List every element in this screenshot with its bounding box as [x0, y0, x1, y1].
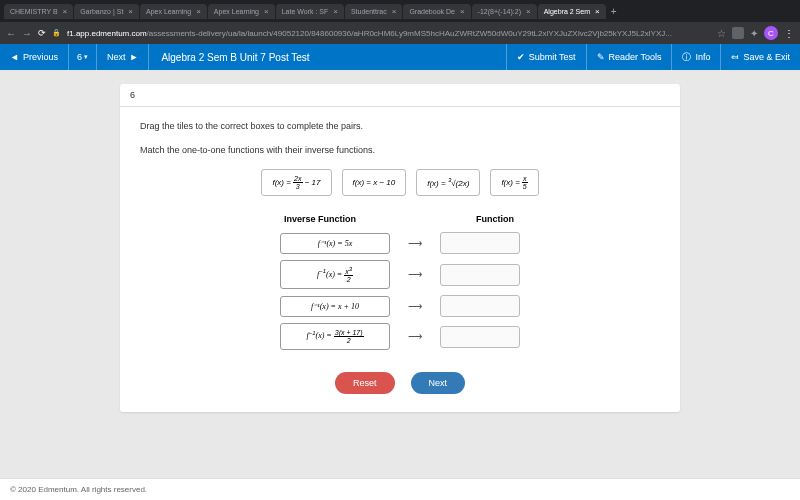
close-icon[interactable]: × [63, 7, 68, 16]
reader-tools-button[interactable]: ✎Reader Tools [586, 44, 672, 70]
close-icon[interactable]: × [460, 7, 465, 16]
close-icon[interactable]: × [595, 7, 600, 16]
back-icon[interactable]: ← [6, 28, 16, 39]
question-card: 6 Drag the tiles to the correct boxes to… [120, 84, 680, 412]
pair-row-1: f⁻¹(x) = 5x ⟶ [140, 232, 660, 254]
check-icon: ✔ [517, 52, 525, 62]
browser-tabs-bar: CHEMISTRY B× Garbanzo | St× Apex Learnin… [0, 0, 800, 22]
tab-gradebook[interactable]: Gradebook De× [403, 4, 470, 19]
drop-zone-1[interactable] [440, 232, 520, 254]
chevron-left-icon: ◄ [10, 52, 19, 62]
tab-garbanzo[interactable]: Garbanzo | St× [74, 4, 139, 19]
tab-calc[interactable]: -12(8+(-14):2)× [472, 4, 537, 19]
question-selector[interactable]: 6▾ [69, 44, 97, 70]
tab-apex-1[interactable]: Apex Learning× [140, 4, 207, 19]
previous-button[interactable]: ◄Previous [0, 44, 69, 70]
extension-icon[interactable] [732, 27, 744, 39]
tab-studenttrac[interactable]: Studenttrac× [345, 4, 402, 19]
page-title: Algebra 2 Sem B Unit 7 Post Test [149, 52, 505, 63]
match-headers: Inverse Function Function [140, 214, 660, 224]
info-icon: ⓘ [682, 51, 691, 64]
address-bar: ← → ⟳ 🔒 f1.app.edmentum.com/assessments-… [0, 22, 800, 44]
button-row: Reset Next [140, 372, 660, 394]
footer: © 2020 Edmentum. All rights reserved. [0, 478, 800, 500]
chevron-down-icon: ▾ [84, 53, 88, 61]
tile-4[interactable]: f(x) = x5 [490, 169, 538, 196]
lock-icon: 🔒 [52, 29, 61, 37]
inverse-box-3: f⁻¹(x) = x + 10 [280, 296, 390, 317]
chevron-right-icon: ► [129, 52, 138, 62]
app-toolbar: ◄Previous 6▾ Next► Algebra 2 Sem B Unit … [0, 44, 800, 70]
arrow-icon: ⟶ [400, 269, 430, 280]
tab-latework[interactable]: Late Work : SF× [276, 4, 344, 19]
content-area: 6 Drag the tiles to the correct boxes to… [0, 70, 800, 484]
drop-zone-2[interactable] [440, 264, 520, 286]
info-button[interactable]: ⓘInfo [671, 44, 720, 70]
extensions-icon[interactable]: ✦ [750, 28, 758, 39]
question-number: 6 [120, 84, 680, 107]
reload-icon[interactable]: ⟳ [38, 28, 46, 38]
arrow-icon: ⟶ [400, 238, 430, 249]
question-body: Drag the tiles to the correct boxes to c… [120, 107, 680, 412]
tab-apex-2[interactable]: Apex Learning× [208, 4, 275, 19]
next-button[interactable]: Next► [97, 44, 149, 70]
arrow-icon: ⟶ [400, 301, 430, 312]
close-icon[interactable]: × [526, 7, 531, 16]
pair-row-2: f−1(x) = x32 ⟶ [140, 260, 660, 289]
close-icon[interactable]: × [128, 7, 133, 16]
drop-zone-4[interactable] [440, 326, 520, 348]
instruction-2: Match the one-to-one functions with thei… [140, 145, 660, 155]
save-exit-button[interactable]: ⤆Save & Exit [720, 44, 800, 70]
pair-row-4: f−1(x) = 3(x + 17)2 ⟶ [140, 323, 660, 350]
menu-icon[interactable]: ⋮ [784, 28, 794, 39]
arrow-icon: ⟶ [400, 331, 430, 342]
instruction-1: Drag the tiles to the correct boxes to c… [140, 121, 660, 131]
inverse-box-2: f−1(x) = x32 [280, 260, 390, 289]
close-icon[interactable]: × [333, 7, 338, 16]
inverse-box-1: f⁻¹(x) = 5x [280, 233, 390, 254]
tab-algebra[interactable]: Algebra 2 Sem× [538, 4, 606, 19]
close-icon[interactable]: × [264, 7, 269, 16]
url-field[interactable]: f1.app.edmentum.com/assessments-delivery… [67, 29, 711, 38]
pencil-icon: ✎ [597, 52, 605, 62]
pair-row-3: f⁻¹(x) = x + 10 ⟶ [140, 295, 660, 317]
profile-avatar[interactable]: C [764, 26, 778, 40]
exit-icon: ⤆ [731, 52, 739, 62]
inverse-box-4: f−1(x) = 3(x + 17)2 [280, 323, 390, 350]
header-inverse: Inverse Function [265, 214, 375, 224]
close-icon[interactable]: × [392, 7, 397, 16]
header-function: Function [455, 214, 535, 224]
submit-test-button[interactable]: ✔Submit Test [506, 44, 586, 70]
drop-zone-3[interactable] [440, 295, 520, 317]
reset-button[interactable]: Reset [335, 372, 395, 394]
star-icon[interactable]: ☆ [717, 28, 726, 39]
tiles-row: f(x) = 2x3 − 17 f(x) = x − 10 f(x) = 3√(… [140, 169, 660, 196]
next-button[interactable]: Next [411, 372, 466, 394]
tab-chemistry[interactable]: CHEMISTRY B× [4, 4, 73, 19]
new-tab-button[interactable]: + [607, 6, 621, 17]
tile-1[interactable]: f(x) = 2x3 − 17 [261, 169, 331, 196]
tile-3[interactable]: f(x) = 3√(2x) [416, 169, 480, 196]
forward-icon[interactable]: → [22, 28, 32, 39]
close-icon[interactable]: × [196, 7, 201, 16]
tile-2[interactable]: f(x) = x − 10 [342, 169, 407, 196]
